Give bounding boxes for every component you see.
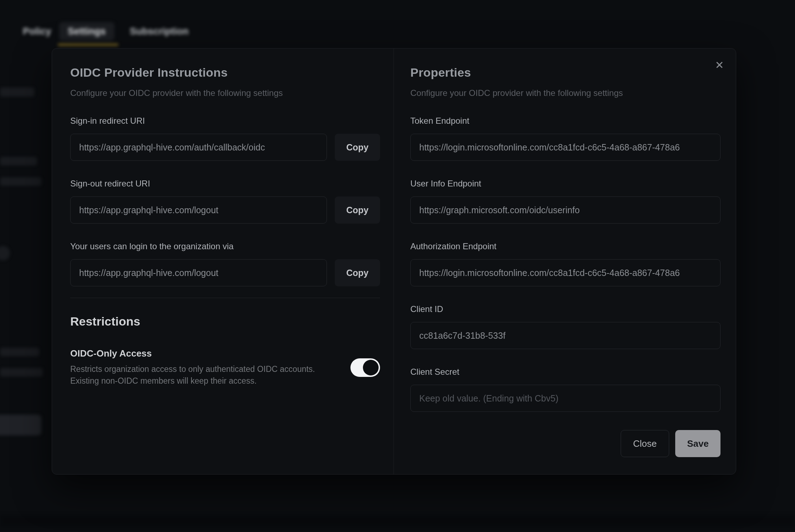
toggle-thumb xyxy=(363,360,379,375)
blurred-fragment xyxy=(0,246,10,260)
client-id-input[interactable] xyxy=(410,322,720,349)
authorization-endpoint-label: Authorization Endpoint xyxy=(410,241,720,251)
login-via-input[interactable] xyxy=(70,259,327,286)
client-secret-label: Client Secret xyxy=(410,367,720,377)
blurred-fragment xyxy=(0,177,41,186)
tab-policy[interactable]: Policy xyxy=(14,22,60,41)
oidc-only-access-toggle[interactable] xyxy=(350,358,380,377)
tab-policy-label: Policy xyxy=(23,26,51,37)
column-divider xyxy=(394,48,394,474)
close-button[interactable]: Close xyxy=(621,430,669,457)
save-button[interactable]: Save xyxy=(675,430,720,457)
token-endpoint-input[interactable] xyxy=(410,134,720,161)
signout-redirect-input[interactable] xyxy=(70,196,327,224)
properties-column: Properties Configure your OIDC provider … xyxy=(410,66,720,457)
tab-settings-label: Settings xyxy=(68,26,106,37)
tab-settings[interactable]: Settings xyxy=(59,22,114,41)
blurred-button xyxy=(0,415,41,435)
description-line-2: Existing non-OIDC members will keep thei… xyxy=(70,375,340,387)
description-line-1: Restricts organization access to only au… xyxy=(70,363,340,375)
login-via-label: Your users can login to the organization… xyxy=(70,241,380,251)
blurred-fragment xyxy=(0,348,39,356)
blurred-fragment xyxy=(0,87,34,97)
copy-signin-button[interactable]: Copy xyxy=(335,134,380,161)
instructions-column: OIDC Provider Instructions Configure you… xyxy=(70,66,380,387)
restrictions-title: Restrictions xyxy=(70,314,380,328)
userinfo-endpoint-label: User Info Endpoint xyxy=(410,179,720,189)
client-secret-input[interactable] xyxy=(410,385,720,412)
section-divider xyxy=(70,298,380,298)
dialog-actions: Close Save xyxy=(410,430,720,457)
client-id-label: Client ID xyxy=(410,304,720,314)
oidc-only-access-description: Restricts organization access to only au… xyxy=(70,363,340,387)
token-endpoint-label: Token Endpoint xyxy=(410,116,720,126)
signout-redirect-label: Sign-out redirect URI xyxy=(70,179,380,189)
copy-login-via-button[interactable]: Copy xyxy=(335,259,380,286)
active-tab-underline xyxy=(58,44,118,46)
copy-signout-button[interactable]: Copy xyxy=(335,196,380,224)
oidc-only-access-label: OIDC-Only Access xyxy=(70,348,340,359)
authorization-endpoint-input[interactable] xyxy=(410,259,720,286)
signin-redirect-input[interactable] xyxy=(70,134,327,161)
properties-subtitle: Configure your OIDC provider with the fo… xyxy=(410,88,720,98)
instructions-subtitle: Configure your OIDC provider with the fo… xyxy=(70,88,380,98)
oidc-only-access-row: OIDC-Only Access Restricts organization … xyxy=(70,348,380,387)
background-band xyxy=(0,515,795,527)
blurred-fragment xyxy=(0,368,43,377)
oidc-settings-dialog: ✕ OIDC Provider Instructions Configure y… xyxy=(52,48,736,475)
tab-subscription[interactable]: Subscription xyxy=(121,22,197,41)
signin-redirect-label: Sign-in redirect URI xyxy=(70,116,380,126)
instructions-title: OIDC Provider Instructions xyxy=(70,66,380,80)
blurred-fragment xyxy=(0,157,37,165)
properties-title: Properties xyxy=(410,66,720,80)
userinfo-endpoint-input[interactable] xyxy=(410,196,720,224)
tab-subscription-label: Subscription xyxy=(130,26,189,37)
